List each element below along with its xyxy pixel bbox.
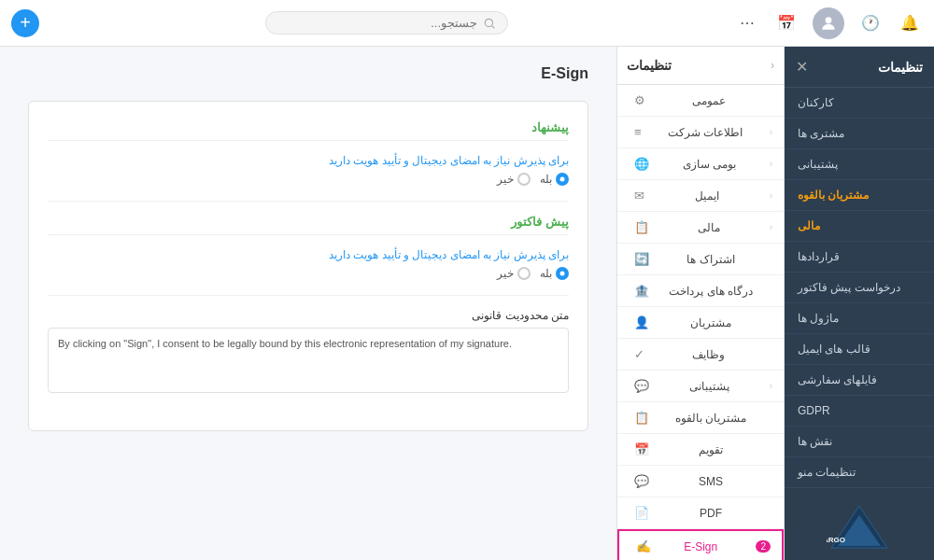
- nav-item-support[interactable]: پشتیبانی: [785, 149, 934, 180]
- middle-nav-subscriptions[interactable]: اشتراک ها 🔄: [617, 244, 784, 275]
- section2-description: برای پذیرش نیاز به امضای دیجیتال و تأیید…: [48, 248, 569, 261]
- middle-panel-header: ‹ تنظیمات: [617, 47, 784, 85]
- middle-nav-esign[interactable]: 2 E-Sign ✍: [617, 529, 784, 560]
- nav-item-quote[interactable]: درخواست پیش فاکتور: [785, 273, 934, 303]
- middle-panel-title: تنظیمات: [627, 58, 672, 73]
- middle-nav-email[interactable]: ‹ ایمیل ✉: [617, 180, 784, 212]
- section2-form-group: برای پذیرش نیاز به امضای دیجیتال و تأیید…: [48, 248, 569, 280]
- avatar[interactable]: [813, 7, 844, 39]
- nav-item-potential[interactable]: مشتریان بالقوه: [785, 180, 934, 211]
- esign-badge: 2: [756, 540, 771, 553]
- legal-form-group: متن محدودیت قانونی By clicking on "Sign"…: [48, 309, 569, 397]
- section1-no-radio[interactable]: [517, 173, 531, 186]
- topbar: 🔔 🕐 📅 ⋯ +: [0, 0, 934, 47]
- section1-form-group: برای پذیرش نیاز به امضای دیجیتال و تأیید…: [48, 154, 569, 186]
- middle-nav-sms[interactable]: SMS 💬: [617, 466, 784, 497]
- calendar-icon: 📅: [634, 442, 649, 456]
- sms-icon: 💬: [634, 474, 649, 488]
- close-icon[interactable]: ✕: [796, 58, 808, 76]
- far-right-panel: تنظیمات ✕ کارکنان مشتری ها پشتیبانی مشتر…: [785, 47, 934, 560]
- check-icon: ✓: [634, 347, 644, 361]
- svg-line-2: [492, 25, 495, 28]
- middle-nav-calendar[interactable]: تقویم 📅: [617, 434, 784, 466]
- section2-title: پیش فاکتور: [48, 215, 569, 235]
- main-layout: تنظیمات ✕ کارکنان مشتری ها پشتیبانی مشتر…: [0, 47, 934, 560]
- nav-item-gdpr[interactable]: GDPR: [785, 396, 934, 427]
- middle-nav-pdf[interactable]: PDF 📄: [617, 497, 784, 529]
- section1-radio-group: بله خیر: [48, 173, 569, 186]
- search-bar[interactable]: [265, 11, 508, 35]
- middle-nav-potential[interactable]: مشتریان بالقوه 📋: [617, 402, 784, 434]
- section1-no-option[interactable]: خیر: [497, 173, 531, 186]
- middle-nav-customers[interactable]: مشتریان 👤: [617, 307, 784, 339]
- refresh-icon: 🔄: [634, 252, 649, 266]
- legal-textarea[interactable]: By clicking on "Sign", I consent to be l…: [48, 328, 569, 393]
- chat-icon: 💬: [634, 379, 649, 393]
- section-divider-1: [48, 201, 569, 202]
- section1-yes-option[interactable]: بله: [540, 173, 569, 186]
- section1-yes-radio[interactable]: [556, 173, 569, 186]
- page-title: E-Sign: [28, 65, 588, 82]
- gear-icon: ⚙: [634, 93, 645, 107]
- nav-item-customers[interactable]: مشتری ها: [785, 119, 934, 149]
- bell-icon[interactable]: 🔔: [897, 10, 923, 36]
- middle-nav-general[interactable]: عمومی ⚙: [617, 85, 784, 117]
- section2-yes-option[interactable]: بله: [540, 267, 569, 280]
- topbar-center: [39, 11, 734, 35]
- middle-nav-localization[interactable]: ‹ بومی سازی 🌐: [617, 148, 784, 180]
- middle-nav-financial[interactable]: ‹ مالی 📋: [617, 212, 784, 244]
- user-icon: 👤: [634, 315, 649, 329]
- back-arrow-icon[interactable]: ‹: [771, 59, 774, 72]
- nav-item-financial[interactable]: مالی: [785, 211, 934, 242]
- section2-no-option[interactable]: خیر: [497, 267, 531, 280]
- section1-description: برای پذیرش نیاز به امضای دیجیتال و تأیید…: [48, 154, 569, 167]
- far-right-header: تنظیمات ✕: [785, 47, 934, 88]
- content-card: پیشنهاد برای پذیرش نیاز به امضای دیجیتال…: [28, 101, 588, 431]
- main-content: E-Sign پیشنهاد برای پذیرش نیاز به امضای …: [0, 47, 616, 560]
- middle-nav-company[interactable]: ‹ اطلاعات شرکت ≡: [617, 117, 784, 148]
- nav-item-menu-settings[interactable]: تنظیمات منو: [785, 457, 934, 488]
- svg-text:ARGO: ARGO: [827, 536, 845, 544]
- share-icon[interactable]: ⋯: [734, 10, 760, 36]
- section2-radio-group: بله خیر: [48, 267, 569, 280]
- search-input[interactable]: [277, 16, 477, 30]
- add-button[interactable]: +: [11, 9, 39, 37]
- calendar-icon[interactable]: 📅: [773, 10, 800, 36]
- nav-item-staff[interactable]: کارکنان: [785, 88, 934, 119]
- esign-icon: ✍: [636, 539, 651, 553]
- nav-item-custom-files[interactable]: فایلهای سفارشی: [785, 365, 934, 396]
- clock-icon[interactable]: 🕐: [857, 10, 884, 36]
- legal-label: متن محدودیت قانونی: [48, 309, 569, 322]
- topbar-right-icons: 🔔 🕐 📅 ⋯: [734, 7, 923, 39]
- nav-item-contracts[interactable]: قراردادها: [785, 242, 934, 273]
- logo-area: ARGO: [785, 494, 934, 560]
- pdf-icon: 📄: [634, 506, 649, 520]
- far-right-title: تنظیمات: [878, 60, 923, 75]
- globe-icon: 🌐: [634, 157, 649, 171]
- list-icon: ≡: [634, 125, 642, 139]
- middle-nav-tasks[interactable]: وظایف ✓: [617, 339, 784, 371]
- section1-title: پیشنهاد: [48, 120, 569, 141]
- email-icon: ✉: [634, 189, 644, 203]
- potential-icon: 📋: [634, 411, 649, 425]
- nav-item-modules[interactable]: ماژول ها: [785, 303, 934, 334]
- middle-nav-payment[interactable]: درگاه های پرداخت 🏦: [617, 275, 784, 307]
- section-divider-2: [48, 295, 569, 296]
- middle-panel: ‹ تنظیمات عمومی ⚙ ‹ اطلاعات شرکت ≡ ‹ بوم…: [616, 47, 785, 560]
- nav-item-roles[interactable]: نقش ها: [785, 427, 934, 457]
- far-right-nav: کارکنان مشتری ها پشتیبانی مشتریان بالقوه…: [785, 88, 934, 494]
- bank-icon: 🏦: [634, 284, 649, 298]
- svg-point-0: [826, 17, 832, 23]
- nav-item-email-templates[interactable]: قالب های ایمیل: [785, 334, 934, 365]
- middle-nav-support[interactable]: ‹ پشتیبانی 💬: [617, 371, 784, 402]
- section2-yes-radio[interactable]: [556, 267, 569, 280]
- svg-point-1: [485, 19, 492, 26]
- section2-no-radio[interactable]: [517, 267, 531, 280]
- financial-icon: 📋: [634, 220, 649, 234]
- topbar-left: +: [11, 9, 39, 37]
